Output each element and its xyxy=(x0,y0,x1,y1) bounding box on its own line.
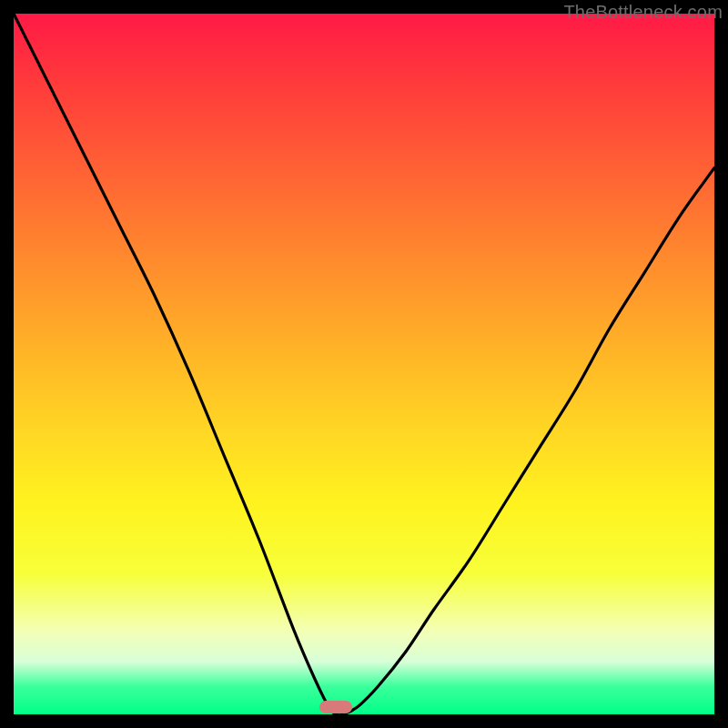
plot-area xyxy=(14,14,714,714)
optimal-point-marker xyxy=(319,701,352,713)
axis-left-border xyxy=(0,0,14,728)
axis-bottom-border xyxy=(0,714,728,728)
watermark-text: TheBottleneck.com xyxy=(563,2,723,23)
bottleneck-curve xyxy=(14,14,714,714)
chart-frame: TheBottleneck.com xyxy=(0,0,728,728)
